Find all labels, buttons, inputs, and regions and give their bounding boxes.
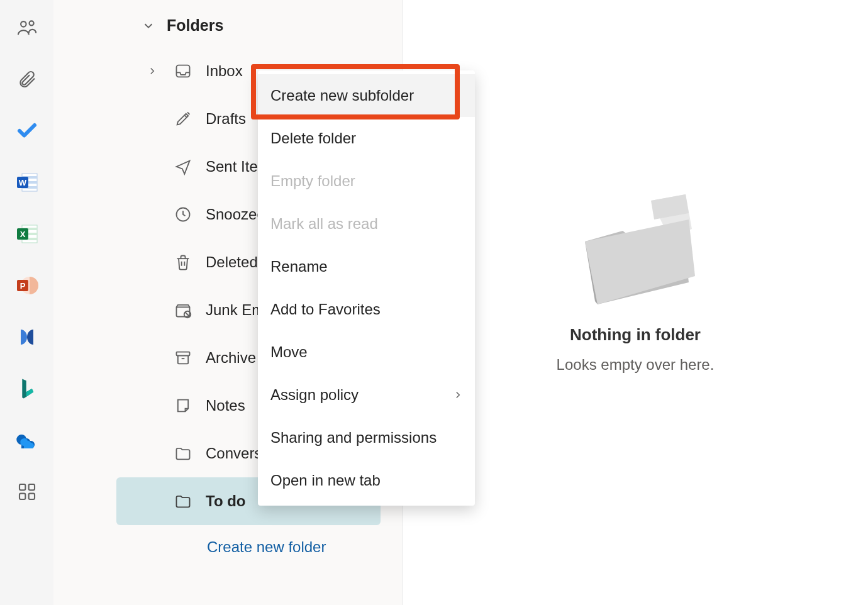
menu-delete-folder[interactable]: Delete folder [258, 117, 475, 160]
apps-icon[interactable] [14, 479, 40, 504]
todo-icon[interactable] [14, 118, 40, 143]
menu-create-subfolder[interactable]: Create new subfolder [258, 74, 475, 117]
svg-rect-19 [19, 494, 25, 499]
menu-move[interactable]: Move [258, 331, 475, 374]
menu-item-label: Empty folder [270, 172, 355, 190]
powerpoint-icon[interactable]: P [14, 273, 40, 298]
svg-point-1 [29, 21, 33, 25]
svg-point-0 [21, 21, 26, 27]
folder-label: To do [206, 492, 246, 510]
folder-label: Inbox [206, 62, 243, 80]
menu-item-label: Rename [270, 258, 328, 275]
create-new-folder-link[interactable]: Create new folder [207, 538, 326, 556]
menu-assign-policy[interactable]: Assign policy [258, 374, 475, 416]
menu-open-new-tab[interactable]: Open in new tab [258, 459, 475, 502]
inbox-icon [174, 62, 192, 80]
folder-pane: Folders Inbox Drafts Sent Items [53, 0, 403, 605]
folder-label: Notes [206, 397, 245, 414]
folder-icon [174, 445, 192, 462]
app-rail: W X P [0, 0, 53, 605]
svg-text:P: P [19, 281, 25, 291]
sent-icon [174, 158, 192, 175]
svg-rect-17 [19, 484, 25, 490]
snoozed-icon [174, 206, 192, 223]
section-title: Folders [167, 16, 223, 35]
menu-item-label: Open in new tab [270, 472, 381, 489]
menu-add-favorites[interactable]: Add to Favorites [258, 288, 475, 331]
folder-icon [174, 492, 192, 510]
trash-icon [174, 253, 192, 271]
menu-item-label: Assign policy [270, 386, 359, 404]
notes-icon [174, 397, 192, 414]
svg-rect-24 [177, 352, 190, 356]
menu-mark-all-read: Mark all as read [258, 203, 475, 245]
folder-context-menu: Create new subfolder Delete folder Empty… [258, 70, 475, 506]
junk-icon [174, 301, 192, 319]
people-icon[interactable] [14, 15, 40, 40]
menu-item-label: Sharing and permissions [270, 429, 437, 447]
chevron-down-icon [142, 19, 155, 33]
svg-rect-20 [28, 494, 34, 499]
menu-sharing[interactable]: Sharing and permissions [258, 416, 475, 459]
menu-empty-folder: Empty folder [258, 160, 475, 203]
attach-icon[interactable] [14, 67, 40, 92]
excel-icon[interactable]: X [14, 221, 40, 247]
menu-item-label: Delete folder [270, 130, 356, 147]
svg-text:X: X [19, 230, 25, 239]
create-new-folder[interactable]: Create new folder [53, 525, 402, 569]
word-icon[interactable]: W [14, 170, 40, 195]
menu-rename[interactable]: Rename [258, 245, 475, 288]
chevron-right-icon [452, 389, 464, 401]
svg-rect-18 [28, 484, 34, 490]
menu-item-label: Move [270, 343, 308, 361]
chevron-right-icon[interactable] [147, 65, 158, 77]
bing-icon[interactable] [14, 376, 40, 401]
menu-item-label: Mark all as read [270, 215, 378, 233]
menu-item-label: Create new subfolder [270, 87, 414, 104]
drafts-icon [174, 110, 192, 128]
empty-state-title: Nothing in folder [570, 325, 701, 345]
viva-icon[interactable] [14, 325, 40, 350]
empty-state-subtitle: Looks empty over here. [557, 356, 715, 374]
folder-label: Snoozed [206, 206, 265, 223]
empty-folder-illustration [560, 182, 711, 314]
folder-label: Archive [206, 349, 256, 367]
folders-section-header[interactable]: Folders [53, 11, 402, 47]
onedrive-icon[interactable] [14, 428, 40, 453]
archive-icon [174, 349, 192, 367]
folder-label: Drafts [206, 110, 246, 128]
svg-text:W: W [18, 178, 26, 187]
menu-item-label: Add to Favorites [270, 301, 381, 318]
